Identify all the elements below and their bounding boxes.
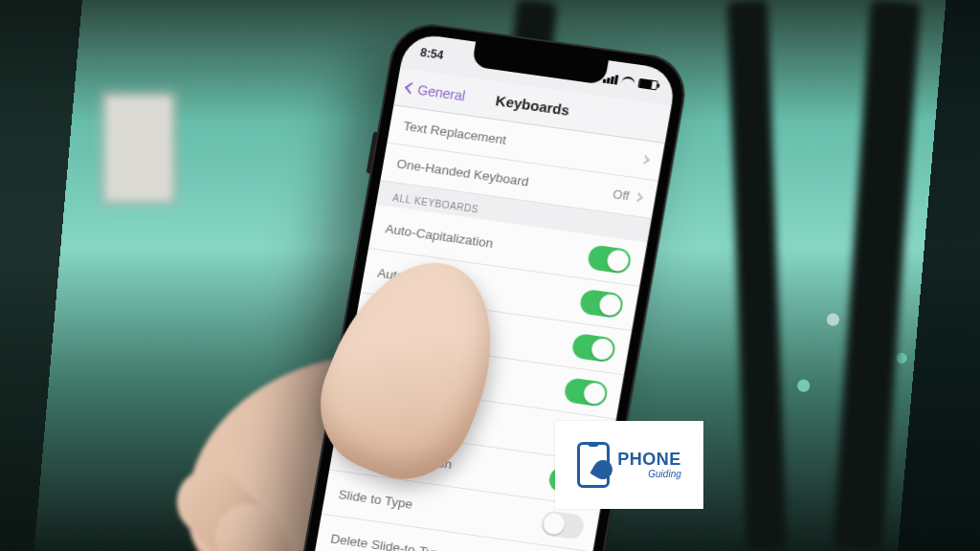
back-button[interactable]: General	[403, 69, 468, 114]
toggle[interactable]	[570, 333, 616, 364]
watermark: PHONE Guiding	[555, 421, 703, 509]
wifi-icon	[621, 76, 636, 87]
back-label: General	[416, 81, 466, 103]
toggle[interactable]	[540, 510, 586, 540]
wall-outlet	[105, 96, 172, 201]
toggle[interactable]	[587, 244, 633, 275]
status-time: 8:54	[419, 46, 444, 62]
toggle[interactable]	[579, 289, 625, 320]
page-title: Keyboards	[495, 92, 571, 119]
tripod-leg	[727, 0, 787, 551]
toggle[interactable]	[563, 377, 609, 408]
chevron-right-icon	[640, 155, 650, 165]
row-value: Off	[612, 187, 631, 203]
chevron-right-icon	[634, 192, 643, 202]
tripod-leg	[833, 0, 921, 551]
watermark-title: PHONE	[617, 451, 681, 468]
battery-icon	[637, 78, 658, 91]
watermark-subtitle: Guiding	[617, 470, 681, 479]
cellular-icon	[603, 74, 619, 85]
phone-icon	[577, 442, 610, 488]
chevron-left-icon	[405, 82, 417, 95]
